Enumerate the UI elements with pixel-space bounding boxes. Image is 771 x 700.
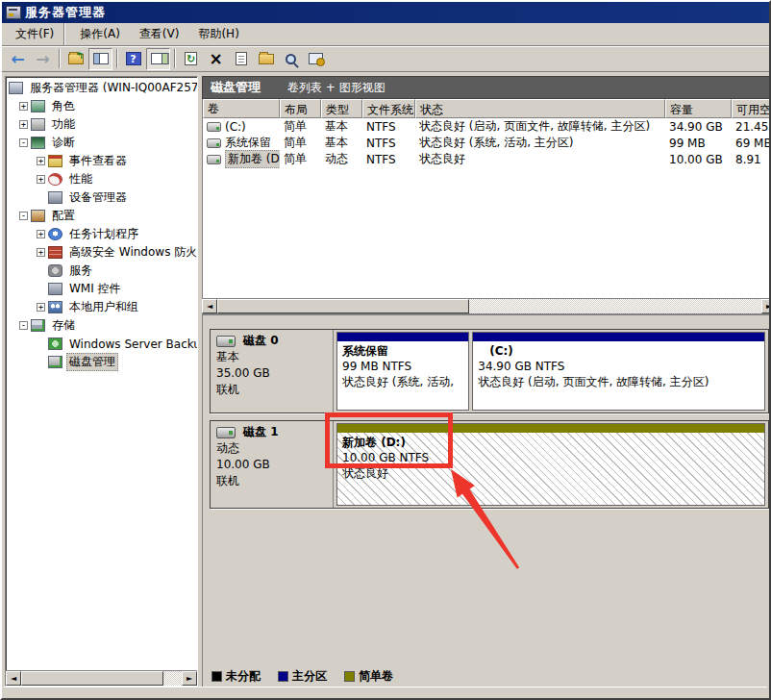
window-title: 服务器管理器: [25, 4, 106, 21]
volume-row-new-volume-d[interactable]: 新加卷 (D:) 简单 动态 NTFS 状态良好 10.00 GB 8.91: [203, 151, 771, 167]
volume-row-c[interactable]: (C:) 简单 基本 NTFS 状态良好 (启动, 页面文件, 故障转储, 主分…: [203, 118, 771, 135]
disk-0-type: 基本: [216, 349, 327, 365]
volume-icon: [207, 155, 221, 164]
column-volume[interactable]: 卷: [203, 99, 280, 118]
task-scheduler-icon: [48, 228, 62, 240]
search-button[interactable]: [279, 48, 303, 70]
collapse-icon[interactable]: -: [19, 321, 28, 330]
toolbar-separator: [116, 49, 117, 68]
disk-0-volumes: 系统保留 99 MB NTFS 状态良好 (系统, 活动, (C:) 34.90…: [334, 330, 768, 412]
expand-icon[interactable]: +: [37, 248, 45, 257]
server-manager-window: 服务器管理器 文件(F) 操作(A) 查看(V) 帮助(H) ← → ↰ ? ↻…: [0, 0, 771, 700]
tree-horizontal-scrollbar[interactable]: ◄ ►: [6, 670, 197, 686]
device-manager-icon: [48, 191, 62, 204]
tree-item-device-manager[interactable]: 设备管理器: [6, 188, 197, 207]
column-layout[interactable]: 布局: [280, 99, 321, 118]
tree-scroll-area: 服务器管理器 (WIN-IQ00AF2570 + 角色 + 功能 - 诊断: [6, 77, 197, 670]
tree-item-performance[interactable]: + 性能: [6, 170, 197, 188]
properties-button[interactable]: [229, 48, 253, 70]
volume-c[interactable]: (C:) 34.90 GB NTFS 状态良好 (启动, 页面文件, 故障转储,…: [472, 332, 765, 411]
tree-item-event-viewer[interactable]: + 事件查看器: [6, 152, 197, 170]
event-viewer-icon: [48, 155, 62, 167]
back-icon: ←: [11, 51, 24, 67]
expand-icon[interactable]: +: [37, 157, 45, 165]
tree-item-diagnostics[interactable]: - 诊断: [6, 134, 197, 152]
simple-volume-band: [337, 424, 764, 433]
primary-partition-band: [337, 333, 468, 341]
scrollbar-track[interactable]: [163, 671, 182, 686]
expand-icon[interactable]: +: [37, 303, 45, 312]
tree-item-wmi-control[interactable]: WMI 控件: [6, 280, 197, 298]
tree-item-storage[interactable]: - 存储: [6, 316, 197, 335]
tree-item-roles[interactable]: + 角色: [6, 97, 197, 115]
column-type[interactable]: 类型: [321, 99, 362, 118]
title-bar[interactable]: 服务器管理器: [2, 2, 769, 23]
menu-action[interactable]: 操作(A): [70, 23, 130, 45]
disk-0-size: 35.00 GB: [216, 365, 327, 382]
volume-system-reserved[interactable]: 系统保留 99 MB NTFS 状态良好 (系统, 活动,: [336, 332, 469, 411]
scrollbar-track[interactable]: [469, 299, 761, 313]
volume-list-header: 卷 布局 类型 文件系统 状态 容量 可用空: [203, 99, 771, 118]
column-status[interactable]: 状态: [415, 99, 665, 118]
column-filesystem[interactable]: 文件系统: [362, 99, 415, 118]
open-folder-button[interactable]: [254, 48, 278, 70]
wmi-control-icon: [48, 283, 62, 295]
manage-icon: [309, 53, 323, 64]
collapse-icon[interactable]: -: [19, 212, 28, 220]
action-pane-icon: [151, 53, 169, 64]
column-free-space[interactable]: 可用空: [732, 99, 771, 118]
expand-icon[interactable]: +: [19, 120, 28, 129]
menu-bar: 文件(F) 操作(A) 查看(V) 帮助(H): [2, 23, 769, 46]
primary-partition-swatch-icon: [278, 671, 288, 682]
primary-partition-band: [473, 333, 764, 341]
tree-item-services[interactable]: 服务: [6, 262, 197, 280]
tree-item-windows-server-backup[interactable]: Windows Server Backup: [6, 335, 197, 353]
disk-0-info[interactable]: 磁盘 0 基本 35.00 GB 联机: [211, 330, 334, 412]
tree-item-configuration[interactable]: - 配置: [6, 207, 197, 225]
menu-view[interactable]: 查看(V): [130, 23, 189, 45]
disk-0-status: 联机: [216, 382, 327, 398]
tree-item-local-users-groups[interactable]: + 本地用户和组: [6, 298, 197, 316]
scrollbar-thumb[interactable]: [21, 671, 163, 686]
scroll-left-icon[interactable]: ◄: [6, 671, 21, 686]
local-users-groups-icon: [48, 301, 62, 313]
legend-item-unallocated: 未分配: [211, 668, 261, 685]
scroll-left-icon[interactable]: ◄: [202, 299, 217, 313]
scrollbar-thumb[interactable]: [217, 299, 469, 313]
expand-icon[interactable]: +: [37, 230, 45, 238]
disk-management-pane: 磁盘管理 卷列表 + 图形视图 卷 布局 类型 文件系统 状态 容量 可用空 (…: [202, 76, 771, 687]
refresh-button[interactable]: ↻: [179, 48, 203, 70]
tree-item-features[interactable]: + 功能: [6, 115, 197, 134]
scroll-right-icon[interactable]: ►: [761, 299, 771, 313]
collapse-icon[interactable]: -: [19, 138, 28, 147]
expand-icon[interactable]: +: [19, 102, 28, 111]
help-button[interactable]: ?: [121, 48, 145, 70]
volume-icon: [207, 138, 221, 148]
server-manager-icon: [6, 6, 21, 19]
volume-list-horizontal-scrollbar[interactable]: ◄ ►: [202, 298, 771, 313]
column-capacity[interactable]: 容量: [665, 99, 732, 118]
menu-file[interactable]: 文件(F): [6, 23, 64, 45]
tree-item-task-scheduler[interactable]: + 任务计划程序: [6, 225, 197, 243]
expand-icon[interactable]: +: [37, 175, 45, 184]
disk-1-info[interactable]: 磁盘 1 动态 10.00 GB 联机: [211, 421, 334, 508]
action-pane-toggle[interactable]: [146, 48, 170, 70]
console-tree-toggle[interactable]: [88, 48, 112, 70]
tree-root-server-manager[interactable]: 服务器管理器 (WIN-IQ00AF2570: [6, 79, 197, 97]
up-folder-button[interactable]: ↰: [63, 48, 87, 70]
content-header: 磁盘管理 卷列表 + 图形视图: [202, 76, 771, 99]
status-bar: [4, 687, 767, 696]
volume-row-system-reserved[interactable]: 系统保留 简单 基本 NTFS 状态良好 (系统, 活动, 主分区) 99 MB…: [203, 135, 771, 151]
tree-item-disk-management[interactable]: 磁盘管理: [6, 353, 197, 371]
scroll-right-icon[interactable]: ►: [182, 671, 197, 686]
delete-button[interactable]: ×: [204, 48, 228, 70]
forward-button[interactable]: →: [31, 48, 55, 70]
tree-item-firewall[interactable]: + 高级安全 Windows 防火墙: [6, 243, 197, 262]
back-button[interactable]: ←: [6, 48, 30, 70]
disk-icon: [216, 427, 236, 438]
manage-button[interactable]: [304, 48, 328, 70]
menu-help[interactable]: 帮助(H): [188, 23, 248, 45]
storage-icon: [31, 319, 45, 332]
volume-new-volume-d[interactable]: 新加卷 (D:) 10.00 GB NTFS 状态良好: [336, 423, 765, 506]
windows-server-backup-icon: [48, 338, 62, 350]
